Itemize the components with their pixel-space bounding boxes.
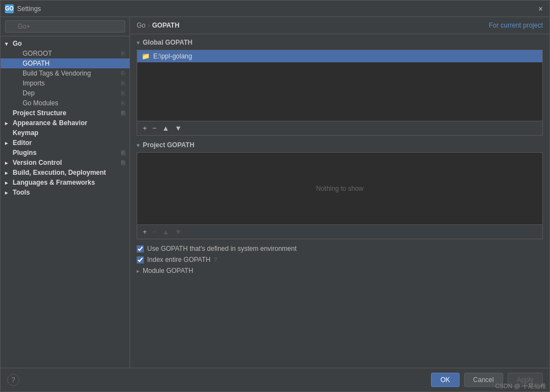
- sidebar-item-label: Languages & Frameworks: [13, 179, 95, 186]
- sidebar-item-goroot[interactable]: GOROOT ⎘: [1, 49, 130, 58]
- copy-icon: ⎘: [121, 110, 125, 116]
- global-gopath-header: ▾ Global GOPATH: [137, 39, 543, 46]
- sidebar-item-go[interactable]: ▾ Go: [1, 39, 130, 49]
- add-project-path-button[interactable]: +: [141, 227, 149, 237]
- move-up-global-path-button[interactable]: ▲: [160, 123, 171, 133]
- global-path-item[interactable]: 📁 E:\ppl-golang: [137, 50, 542, 62]
- sidebar-item-label: Build, Execution, Deployment: [13, 169, 106, 176]
- project-gopath-list: Nothing to show: [137, 152, 543, 225]
- sidebar-item-label: Appearance & Behavior: [13, 119, 87, 127]
- sidebar-item-build-tags[interactable]: Build Tags & Vendoring ⎘: [1, 68, 130, 78]
- section-chevron-global[interactable]: ▾: [137, 40, 139, 46]
- move-up-project-path-button[interactable]: ▲: [160, 227, 171, 237]
- global-gopath-label: Global GOPATH: [143, 39, 192, 46]
- add-global-path-button[interactable]: +: [141, 123, 149, 133]
- close-button[interactable]: ×: [536, 3, 545, 14]
- section-chevron-module[interactable]: ▸: [137, 268, 139, 274]
- module-gopath-label: Module GOPATH: [143, 267, 193, 275]
- copy-icon: ⎘: [121, 50, 125, 57]
- sidebar-item-label: GOROOT: [23, 50, 52, 57]
- project-gopath-label: Project GOPATH: [143, 141, 195, 149]
- copy-icon: ⎘: [121, 70, 125, 77]
- sidebar-item-label: Dep: [23, 89, 35, 97]
- breadcrumb-link[interactable]: For current project: [489, 22, 543, 29]
- sidebar-item-imports[interactable]: Imports ⎘: [1, 78, 130, 88]
- copy-icon: ⎘: [121, 100, 125, 106]
- nothing-to-show: Nothing to show: [137, 153, 542, 224]
- sidebar-item-label: Version Control: [13, 159, 62, 167]
- breadcrumb-root: Go: [137, 22, 145, 29]
- sidebar-item-project-structure[interactable]: Project Structure ⎘: [1, 108, 130, 118]
- section-chevron-project[interactable]: ▾: [137, 142, 139, 148]
- search-wrapper: 🔍: [5, 20, 125, 33]
- sidebar-item-tools[interactable]: ▸ Tools: [1, 187, 130, 197]
- sidebar-item-label: Imports: [23, 79, 45, 87]
- chevron-right-icon: ▸: [5, 120, 10, 126]
- sidebar-item-keymap[interactable]: Keymap: [1, 128, 130, 138]
- help-icon[interactable]: ?: [214, 256, 217, 263]
- copy-icon: ⎘: [121, 90, 125, 96]
- sidebar-item-version-control[interactable]: ▸ Version Control ⎘: [1, 158, 130, 168]
- global-gopath-list: 📁 E:\ppl-golang: [137, 50, 543, 121]
- sidebar-item-label: Editor: [13, 139, 32, 147]
- index-gopath-label: Index entire GOPATH: [147, 256, 211, 264]
- sidebar-item-go-modules[interactable]: Go Modules ⎘: [1, 98, 130, 108]
- move-down-project-path-button[interactable]: ▼: [172, 227, 184, 237]
- title-bar: GO Settings ×: [1, 1, 549, 17]
- search-box: 🔍: [1, 17, 130, 36]
- panel-body: ▾ Global GOPATH 📁 E:\ppl-golang + − ▲ ▼: [130, 34, 549, 368]
- sidebar-item-label: Go Modules: [23, 99, 58, 107]
- main-content: 🔍 ▾ Go GOROOT ⎘ G: [1, 17, 549, 368]
- copy-icon: ⎘: [121, 80, 125, 87]
- sidebar-item-plugins[interactable]: Plugins ⎘: [1, 148, 130, 158]
- index-gopath-checkbox[interactable]: [137, 256, 144, 264]
- app-icon: GO: [5, 4, 14, 13]
- index-gopath-row: Index entire GOPATH ?: [137, 256, 543, 264]
- sidebar-item-label: GOPATH: [23, 60, 50, 67]
- global-gopath-toolbar: + − ▲ ▼: [137, 121, 543, 136]
- chevron-right-icon: ▸: [5, 190, 10, 196]
- project-gopath-toolbar: + − ▲ ▼: [137, 225, 543, 239]
- sidebar-item-editor[interactable]: ▸ Editor: [1, 138, 130, 148]
- breadcrumb: Go › GOPATH For current project: [130, 17, 549, 34]
- copy-icon: ⎘: [121, 159, 125, 166]
- breadcrumb-current: GOPATH: [152, 22, 180, 29]
- sidebar-item-label: Project Structure: [13, 109, 66, 117]
- apply-button[interactable]: Apply: [508, 373, 543, 387]
- sidebar-item-label: Plugins: [13, 149, 36, 157]
- right-panel: Go › GOPATH For current project ▾ Global…: [130, 17, 549, 368]
- sidebar-item-label: Tools: [13, 189, 30, 196]
- sidebar: 🔍 ▾ Go GOROOT ⎘ G: [1, 17, 130, 368]
- project-gopath-header: ▾ Project GOPATH: [137, 141, 543, 149]
- sidebar-item-languages[interactable]: ▸ Languages & Frameworks: [1, 178, 130, 187]
- copy-icon: ⎘: [121, 149, 125, 156]
- breadcrumb-separator: ›: [148, 22, 150, 29]
- remove-global-path-button[interactable]: −: [150, 123, 159, 133]
- use-system-gopath-row: Use GOPATH that's defined in system envi…: [137, 245, 543, 253]
- sidebar-item-build-exec[interactable]: ▸ Build, Execution, Deployment: [1, 168, 130, 178]
- remove-project-path-button[interactable]: −: [150, 227, 159, 237]
- sidebar-item-gopath[interactable]: GOPATH ⎘: [1, 58, 130, 68]
- sidebar-item-dep[interactable]: Dep ⎘: [1, 88, 130, 98]
- help-button[interactable]: ?: [7, 374, 19, 386]
- move-down-global-path-button[interactable]: ▼: [172, 123, 184, 133]
- module-gopath-section: ▸ Module GOPATH: [137, 267, 543, 275]
- dialog-footer: ? OK Cancel Apply: [1, 368, 549, 391]
- sidebar-item-label: Build Tags & Vendoring: [23, 69, 91, 77]
- chevron-right-icon: ▸: [5, 180, 10, 186]
- global-path-text: E:\ppl-golang: [153, 52, 192, 60]
- folder-icon: 📁: [142, 52, 150, 60]
- sidebar-item-label: Keymap: [13, 129, 39, 137]
- copy-icon: ⎘: [121, 60, 125, 67]
- chevron-down-icon: ▾: [5, 41, 10, 47]
- title-bar-text: Settings: [17, 5, 536, 13]
- ok-button[interactable]: OK: [431, 373, 459, 387]
- cancel-button[interactable]: Cancel: [464, 373, 503, 387]
- sidebar-item-appearance[interactable]: ▸ Appearance & Behavior: [1, 118, 130, 128]
- use-system-gopath-checkbox[interactable]: [137, 245, 144, 253]
- chevron-right-icon: ▸: [5, 170, 10, 176]
- chevron-right-icon: ▸: [5, 140, 10, 146]
- use-system-gopath-label: Use GOPATH that's defined in system envi…: [147, 245, 296, 253]
- search-input[interactable]: [5, 20, 125, 33]
- chevron-right-icon: ▸: [5, 160, 10, 166]
